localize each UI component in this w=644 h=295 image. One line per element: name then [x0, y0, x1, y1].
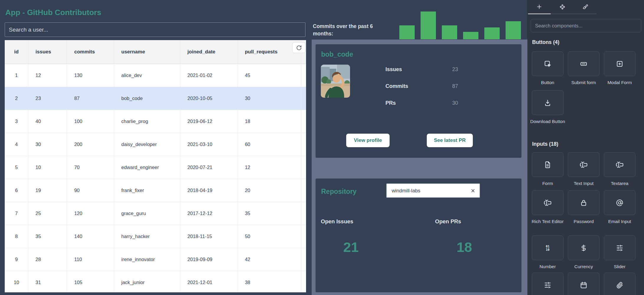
table-cell[interactable]: 2023-08 [301, 248, 306, 271]
table-cell[interactable]: edward_engineer [114, 156, 180, 179]
table-cell[interactable]: 87 [67, 87, 114, 110]
table-row[interactable]: 22387bob_code2020-10-05302023-09 [5, 87, 306, 110]
search-components-input[interactable] [531, 19, 641, 32]
table-row[interactable]: 835140harry_hacker2018-11-15502023-06 [5, 225, 306, 248]
table-cell[interactable]: 1 [5, 64, 28, 87]
table-cell[interactable]: 140 [67, 225, 114, 248]
component-tile-download-button[interactable] [532, 90, 563, 115]
table-cell[interactable]: 2023-08 [301, 202, 306, 225]
table-cell[interactable]: 2023-09 [301, 87, 306, 110]
table-cell[interactable]: 50 [238, 225, 301, 248]
table-cell[interactable]: charlie_prog [114, 110, 180, 133]
component-tile-password[interactable] [568, 190, 599, 215]
table-cell[interactable]: 19 [28, 179, 67, 202]
table-cell[interactable]: frank_fixer [114, 179, 180, 202]
table-row[interactable]: 725120grace_guru2017-12-12352023-08 [5, 202, 306, 225]
component-tile-sliders-icon[interactable] [532, 273, 563, 295]
view-profile-button[interactable]: View profile [346, 134, 390, 147]
table-cell[interactable]: 42 [238, 248, 301, 271]
table-cell[interactable]: 120 [67, 202, 114, 225]
table-cell[interactable]: 23 [28, 87, 67, 110]
see-latest-pr-button[interactable]: See latest PR [427, 134, 473, 147]
component-tile-submit-form[interactable] [568, 51, 599, 76]
table-cell[interactable]: 7 [5, 202, 28, 225]
table-cell[interactable]: 2023-09 [301, 179, 306, 202]
table-cell[interactable]: 60 [238, 133, 301, 156]
table-cell[interactable]: 3 [5, 110, 28, 133]
table-cell[interactable]: 2018-11-15 [180, 225, 238, 248]
table-cell[interactable]: irene_innovator [114, 248, 180, 271]
table-cell[interactable]: 10 [5, 271, 28, 293]
style-tab[interactable] [574, 0, 597, 14]
refresh-table-button[interactable] [292, 42, 305, 53]
table-row[interactable]: 430200daisy_developer2021-03-10602023-08 [5, 133, 306, 156]
table-cell[interactable]: 2019-09-09 [180, 248, 238, 271]
table-cell[interactable]: 2023-08 [301, 133, 306, 156]
table-cell[interactable]: 2023-09 [301, 271, 306, 293]
table-cell[interactable]: 2019-06-12 [180, 110, 238, 133]
table-cell[interactable]: 30 [238, 87, 301, 110]
table-cell[interactable]: 5 [5, 156, 28, 179]
component-tile-number[interactable]: 0110 [532, 235, 563, 260]
table-cell[interactable]: 2023-06 [301, 225, 306, 248]
table-cell[interactable]: 2023-07 [301, 156, 306, 179]
table-cell[interactable]: 28 [28, 248, 67, 271]
component-tile-rich-text-editor[interactable] [532, 190, 563, 215]
table-cell[interactable]: 4 [5, 133, 28, 156]
component-tile-email-input[interactable] [604, 190, 635, 215]
table-cell[interactable]: 2021-03-10 [180, 133, 238, 156]
table-cell[interactable]: 30 [28, 133, 67, 156]
table-cell[interactable]: 2021-01-02 [180, 64, 238, 87]
search-user-input[interactable] [5, 22, 305, 37]
repository-input[interactable] [391, 184, 466, 198]
table-cell[interactable]: harry_hacker [114, 225, 180, 248]
table-cell[interactable]: 35 [28, 225, 67, 248]
table-cell[interactable]: 35 [238, 202, 301, 225]
add-component-tab[interactable] [528, 0, 551, 14]
table-cell[interactable]: 18 [238, 110, 301, 133]
table-cell[interactable]: 110 [67, 248, 114, 271]
table-cell[interactable]: 10 [28, 156, 67, 179]
table-cell[interactable]: 20 [238, 179, 301, 202]
table-cell[interactable]: 9 [5, 248, 28, 271]
table-cell[interactable]: 8 [5, 225, 28, 248]
table-cell[interactable]: 12 [28, 64, 67, 87]
table-cell[interactable]: 2021-12-01 [180, 271, 238, 293]
component-tile-button[interactable] [532, 51, 563, 76]
component-tile-text-input[interactable] [568, 152, 599, 177]
table-cell[interactable]: 2023-08 [301, 110, 306, 133]
table-cell[interactable]: 2023-07 [301, 64, 306, 87]
table-cell[interactable]: 200 [67, 133, 114, 156]
component-tile-textarea[interactable] [604, 152, 635, 177]
table-cell[interactable]: daisy_developer [114, 133, 180, 156]
table-cell[interactable]: 12 [238, 156, 301, 179]
table-cell[interactable]: bob_code [114, 87, 180, 110]
table-cell[interactable]: 70 [67, 156, 114, 179]
table-cell[interactable]: 6 [5, 179, 28, 202]
table-cell[interactable]: 38 [238, 271, 301, 293]
component-tile-currency[interactable] [568, 235, 599, 260]
clear-repository-button[interactable] [470, 188, 476, 194]
table-cell[interactable]: 100 [67, 110, 114, 133]
component-tile-form[interactable] [532, 152, 563, 177]
component-tile-calendar-icon[interactable] [568, 273, 599, 295]
table-cell[interactable]: jack_junior [114, 271, 180, 293]
component-tile-slider[interactable] [604, 235, 635, 260]
table-row[interactable]: 1031105jack_junior2021-12-01382023-09 [5, 271, 306, 293]
table-row[interactable]: 51070edward_engineer2020-07-21122023-07 [5, 156, 306, 179]
table-row[interactable]: 112130alice_dev2021-01-02452023-07 [5, 64, 306, 87]
component-tile-paperclip-icon[interactable] [604, 273, 635, 295]
component-tile-modal-form[interactable] [604, 51, 635, 76]
table-cell[interactable]: 25 [28, 202, 67, 225]
table-cell[interactable]: 2020-10-05 [180, 87, 238, 110]
components-tab[interactable] [551, 0, 574, 14]
table-row[interactable]: 61990frank_fixer2018-04-19202023-09 [5, 179, 306, 202]
table-cell[interactable]: 40 [28, 110, 67, 133]
table-cell[interactable]: 2 [5, 87, 28, 110]
table-cell[interactable]: 2018-04-19 [180, 179, 238, 202]
table-cell[interactable]: 105 [67, 271, 114, 293]
table-cell[interactable]: 90 [67, 179, 114, 202]
table-cell[interactable]: 2020-07-21 [180, 156, 238, 179]
table-row[interactable]: 928110irene_innovator2019-09-09422023-08 [5, 248, 306, 271]
table-cell[interactable]: 45 [238, 64, 301, 87]
